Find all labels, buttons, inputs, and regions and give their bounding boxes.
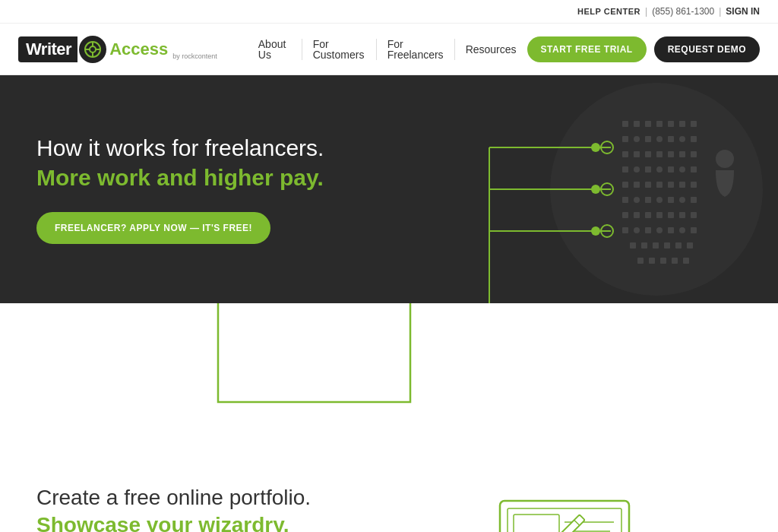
start-free-trial-button[interactable]: START FREE TRIAL [527,36,647,62]
svg-rect-89 [500,501,629,532]
divider-2: | [719,6,721,17]
logo-writer-text: Writer [18,36,77,62]
divider-1: | [645,6,647,17]
logo-icon [79,36,106,63]
logo[interactable]: Writer Access by rockcontent [18,36,217,63]
connector-section [0,303,778,455]
sign-in-link[interactable]: SIGN IN [726,6,760,17]
top-bar: HELP CENTER | (855) 861-1300 | SIGN IN [0,0,778,24]
svg-rect-93 [514,515,559,532]
portfolio-content: Create a free online portfolio. Showcase… [36,486,432,532]
hero-section: How it works for freelancers. More work … [0,75,778,303]
header-buttons: START FREE TRIAL REQUEST DEMO [527,36,760,62]
phone-number[interactable]: (855) 861-1300 [652,6,714,17]
request-demo-button[interactable]: REQUEST DEMO [654,36,760,62]
svg-point-1 [90,46,96,52]
nav-for-customers[interactable]: For Customers [302,39,377,60]
portfolio-section: Create a free online portfolio. Showcase… [0,455,778,532]
svg-rect-90 [508,508,621,532]
hero-content: How it works for freelancers. More work … [0,104,778,274]
connector-svg [0,303,778,455]
nav-resources[interactable]: Resources [455,44,527,55]
portfolio-heading: Create a free online portfolio. [36,486,432,510]
logo-access-text: Access [109,40,168,59]
nav-for-freelancers[interactable]: For Freelancers [377,39,455,60]
hero-title: More work and higher pay. [36,165,742,191]
logo-byline: by rockcontent [172,53,217,60]
site-header: Writer Access by rockcontent About Us Fo… [0,24,778,75]
portfolio-illustration [477,486,659,532]
nav-about-us[interactable]: About Us [248,39,302,60]
main-nav: About Us For Customers For Freelancers R… [248,39,527,60]
hero-subtitle: How it works for freelancers. [36,135,742,162]
apply-now-button[interactable]: FREELANCER? APPLY NOW — IT'S FREE! [36,212,270,244]
help-center-label[interactable]: HELP CENTER [577,7,640,16]
svg-rect-101 [550,515,585,532]
portfolio-subheading: Showcase your wizardry. [36,513,432,532]
